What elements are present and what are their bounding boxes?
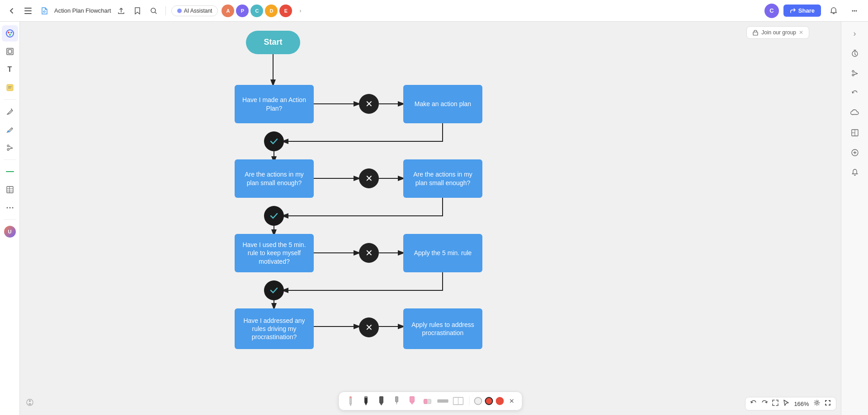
bottom-left-icon[interactable] bbox=[20, 394, 40, 410]
cursor-button[interactable] bbox=[783, 399, 790, 408]
sidebar-table-icon[interactable] bbox=[2, 182, 18, 198]
avatar-2: P bbox=[236, 5, 249, 17]
svg-point-18 bbox=[7, 145, 9, 147]
svg-rect-20 bbox=[6, 171, 14, 172]
svg-rect-52 bbox=[753, 32, 758, 35]
share-button[interactable]: Share bbox=[783, 5, 821, 17]
join-group-close[interactable]: ✕ bbox=[799, 29, 803, 36]
canvas-area[interactable]: Start Have I made an Action Plan? ✕ Make… bbox=[20, 22, 841, 415]
upload-button[interactable] bbox=[115, 5, 127, 17]
search-button[interactable] bbox=[147, 5, 160, 17]
node-actions-small-enough-2[interactable]: Are the actions in my plan small enough? bbox=[403, 159, 482, 198]
node-apply-rules[interactable]: Apply rules to address procrastination bbox=[403, 308, 482, 349]
node3-label: Are the actions in my plan small enough? bbox=[239, 170, 309, 187]
right-collapse-button[interactable]: › bbox=[847, 25, 863, 42]
fullscreen-button[interactable] bbox=[824, 399, 831, 408]
right-notification-icon[interactable] bbox=[847, 164, 863, 181]
close-pen-toolbar[interactable]: ✕ bbox=[507, 396, 517, 406]
cross-circle-4[interactable]: ✕ bbox=[359, 317, 379, 337]
right-layout-icon[interactable] bbox=[847, 125, 863, 141]
svg-rect-2 bbox=[24, 13, 32, 14]
tab-title: Action Plan Flowchart bbox=[54, 7, 111, 14]
menu-button[interactable] bbox=[22, 5, 34, 17]
svg-rect-49 bbox=[438, 400, 448, 402]
color-dot-red2[interactable] bbox=[496, 397, 504, 405]
sidebar-scissors-icon[interactable] bbox=[2, 140, 18, 156]
node5-label: Have I used the 5 min. rule to keep myse… bbox=[239, 241, 309, 266]
svg-rect-12 bbox=[7, 48, 13, 55]
user-avatar[interactable]: C bbox=[764, 4, 779, 18]
sidebar-frame-icon[interactable] bbox=[2, 43, 18, 60]
node7-label: Have I addressed any rules driving my pr… bbox=[239, 317, 309, 341]
bookmark-button[interactable] bbox=[131, 5, 144, 17]
line-tool[interactable] bbox=[437, 395, 449, 407]
svg-point-19 bbox=[7, 149, 9, 150]
svg-point-6 bbox=[854, 10, 855, 11]
settings-button[interactable] bbox=[813, 399, 821, 408]
svg-point-26 bbox=[9, 207, 10, 209]
right-sidebar: › bbox=[841, 22, 868, 415]
node-have-action-plan[interactable]: Have I made an Action Plan? bbox=[235, 85, 314, 123]
node-5min-rule[interactable]: Have I used the 5 min. rule to keep myse… bbox=[235, 234, 314, 272]
main-layout: T U bbox=[0, 22, 868, 415]
sidebar-line-icon[interactable] bbox=[2, 163, 18, 180]
svg-rect-44 bbox=[380, 396, 383, 403]
svg-point-57 bbox=[852, 70, 854, 72]
ai-assistant-button[interactable]: AI Assistant bbox=[171, 5, 218, 16]
sidebar-brush-icon[interactable] bbox=[2, 121, 18, 138]
redo-button[interactable] bbox=[761, 399, 768, 408]
check-circle-1[interactable] bbox=[264, 131, 284, 151]
svg-point-55 bbox=[29, 400, 31, 402]
notifications-button[interactable] bbox=[826, 3, 842, 19]
svg-point-8 bbox=[6, 30, 14, 37]
color-dot-red[interactable] bbox=[485, 397, 493, 405]
svg-point-5 bbox=[852, 10, 854, 11]
node-actions-small-enough-1[interactable]: Are the actions in my plan small enough? bbox=[235, 159, 314, 198]
node-make-action-plan[interactable]: Make an action plan bbox=[403, 85, 482, 123]
check-circle-2[interactable] bbox=[264, 206, 284, 226]
highlighter-tool[interactable] bbox=[406, 395, 419, 407]
brush-tool[interactable] bbox=[391, 395, 403, 407]
right-cloud-icon[interactable] bbox=[847, 105, 863, 121]
right-undo-icon[interactable] bbox=[847, 85, 863, 101]
start-node[interactable]: Start bbox=[246, 31, 300, 54]
more-avatars-button[interactable]: › bbox=[294, 5, 307, 17]
undo-button[interactable] bbox=[750, 399, 757, 408]
marker-tool[interactable] bbox=[375, 395, 388, 407]
cross-circle-2[interactable]: ✕ bbox=[359, 168, 379, 188]
zoom-controls: 166% bbox=[745, 397, 836, 410]
join-group-banner[interactable]: Join our group ✕ bbox=[746, 26, 809, 39]
share-label: Share bbox=[798, 7, 815, 14]
more-options-button[interactable] bbox=[846, 3, 863, 19]
join-group-label: Join our group bbox=[761, 29, 796, 36]
sidebar-color-icon[interactable] bbox=[2, 25, 18, 42]
node-procrastination-rules[interactable]: Have I addressed any rules driving my pr… bbox=[235, 308, 314, 349]
ai-label: AI Assistant bbox=[184, 8, 212, 14]
sidebar-note-icon[interactable] bbox=[2, 79, 18, 96]
fit-screen-button[interactable] bbox=[772, 399, 779, 408]
sidebar-more-icon[interactable] bbox=[2, 200, 18, 216]
eraser-tool[interactable] bbox=[421, 395, 434, 407]
pen-tool[interactable] bbox=[360, 395, 373, 407]
svg-rect-46 bbox=[410, 396, 415, 402]
svg-rect-43 bbox=[365, 396, 368, 398]
right-timer-icon[interactable] bbox=[847, 45, 863, 61]
collaborator-avatars: A P C D E › bbox=[222, 5, 307, 17]
pen-toolbar: ✕ bbox=[339, 392, 523, 410]
pencil-tool[interactable] bbox=[344, 395, 357, 407]
sidebar-text-icon[interactable]: T bbox=[2, 61, 18, 78]
svg-point-9 bbox=[8, 32, 9, 33]
sidebar-pen-icon[interactable] bbox=[2, 103, 18, 120]
cross-circle-3[interactable]: ✕ bbox=[359, 243, 379, 263]
left-sidebar: T U bbox=[0, 22, 20, 415]
svg-rect-48 bbox=[424, 399, 427, 404]
node-apply-5min[interactable]: Apply the 5 min. rule bbox=[403, 234, 482, 272]
color-dot-white[interactable] bbox=[474, 397, 482, 405]
cross-circle-1[interactable]: ✕ bbox=[359, 94, 379, 114]
shape-tool[interactable] bbox=[452, 395, 465, 407]
back-button[interactable] bbox=[5, 5, 18, 17]
sidebar-avatar-icon[interactable]: U bbox=[2, 224, 18, 240]
right-add-icon[interactable] bbox=[847, 145, 863, 161]
right-cut-icon[interactable] bbox=[847, 65, 863, 81]
check-circle-3[interactable] bbox=[264, 280, 284, 300]
